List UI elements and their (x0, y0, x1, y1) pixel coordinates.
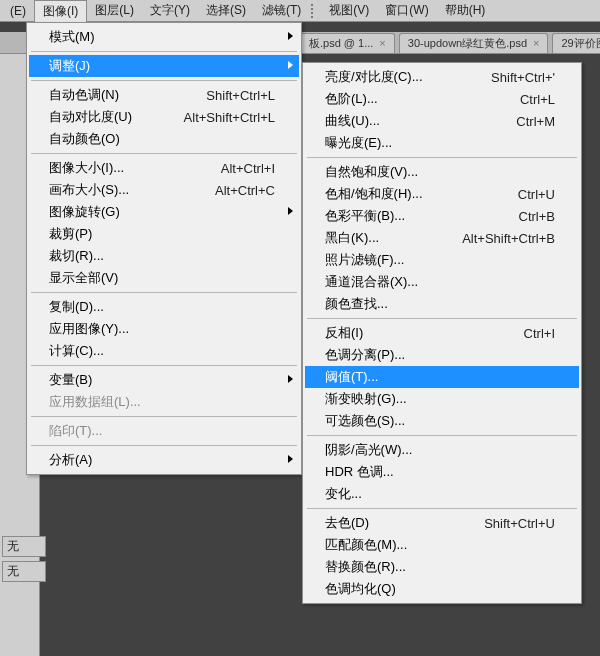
menu-item-label: 色彩平衡(B)... (325, 207, 491, 225)
menu-edit[interactable]: (E) (2, 2, 34, 20)
image-menu-item[interactable]: 自动对比度(U)Alt+Shift+Ctrl+L (29, 106, 299, 128)
menu-item-label: 复制(D)... (49, 298, 275, 316)
menu-item-label: 替换颜色(R)... (325, 558, 555, 576)
menu-item-label: 色阶(L)... (325, 90, 492, 108)
image-menu-item[interactable]: 画布大小(S)...Alt+Ctrl+C (29, 179, 299, 201)
menu-item-label: 通道混合器(X)... (325, 273, 555, 291)
image-menu-separator (31, 292, 297, 293)
menu-item-label: 自动对比度(U) (49, 108, 156, 126)
adjust-menu-item[interactable]: 色彩平衡(B)...Ctrl+B (305, 205, 579, 227)
menu-item-label: 分析(A) (49, 451, 275, 469)
menu-type[interactable]: 文字(Y) (142, 0, 198, 21)
menu-select[interactable]: 选择(S) (198, 0, 254, 21)
menu-item-shortcut: Ctrl+L (520, 92, 555, 107)
menu-item-shortcut: Ctrl+I (524, 326, 555, 341)
menu-window[interactable]: 窗口(W) (377, 0, 436, 21)
menu-item-label: 黑白(K)... (325, 229, 434, 247)
adjust-menu-item[interactable]: 色调分离(P)... (305, 344, 579, 366)
image-menu-item: 陷印(T)... (29, 420, 299, 442)
adjust-menu-item[interactable]: 色阶(L)...Ctrl+L (305, 88, 579, 110)
menu-item-shortcut: Alt+Ctrl+I (221, 161, 275, 176)
menu-item-label: 画布大小(S)... (49, 181, 187, 199)
image-menu-item[interactable]: 裁切(R)... (29, 245, 299, 267)
menu-item-shortcut: Alt+Shift+Ctrl+L (184, 110, 275, 125)
adjust-menu-item[interactable]: 可选颜色(S)... (305, 410, 579, 432)
image-menu-separator (31, 51, 297, 52)
menu-item-label: 渐变映射(G)... (325, 390, 555, 408)
adjust-menu-item[interactable]: 黑白(K)...Alt+Shift+Ctrl+B (305, 227, 579, 249)
menu-item-label: 曲线(U)... (325, 112, 488, 130)
image-menu-separator (31, 365, 297, 366)
menu-item-label: 调整(J) (49, 57, 275, 75)
submenu-arrow-icon (288, 375, 293, 383)
image-menu-separator (31, 80, 297, 81)
adjust-menu-item[interactable]: 亮度/对比度(C)...Shift+Ctrl+' (305, 66, 579, 88)
image-menu-separator (31, 153, 297, 154)
tab-doc-3[interactable]: 29评价图 (552, 33, 600, 53)
image-menu-item[interactable]: 图像大小(I)...Alt+Ctrl+I (29, 157, 299, 179)
adjust-menu-item[interactable]: 颜色查找... (305, 293, 579, 315)
image-menu-separator (31, 445, 297, 446)
menu-item-label: 色调分离(P)... (325, 346, 555, 364)
adjust-menu-item[interactable]: 照片滤镜(F)... (305, 249, 579, 271)
menu-image[interactable]: 图像(I) (34, 0, 87, 22)
menu-help[interactable]: 帮助(H) (437, 0, 494, 21)
menu-item-label: 色相/饱和度(H)... (325, 185, 490, 203)
menu-item-label: 裁剪(P) (49, 225, 275, 243)
tab-doc-2[interactable]: 30-updown绿红黄色.psd × (399, 33, 549, 53)
menu-item-label: 变量(B) (49, 371, 275, 389)
image-menu-item[interactable]: 自动颜色(O) (29, 128, 299, 150)
adjust-menu-item[interactable]: 替换颜色(R)... (305, 556, 579, 578)
adjust-menu-item[interactable]: 曲线(U)...Ctrl+M (305, 110, 579, 132)
adjust-menu-separator (307, 318, 577, 319)
adjust-menu-item[interactable]: 曝光度(E)... (305, 132, 579, 154)
adjust-menu-item[interactable]: 渐变映射(G)... (305, 388, 579, 410)
adjust-menu-item[interactable]: 色相/饱和度(H)...Ctrl+U (305, 183, 579, 205)
image-menu-item[interactable]: 变量(B) (29, 369, 299, 391)
adjust-menu-item[interactable]: 阴影/高光(W)... (305, 439, 579, 461)
menu-view[interactable]: 视图(V) (321, 0, 377, 21)
adjust-menu-item[interactable]: 去色(D)Shift+Ctrl+U (305, 512, 579, 534)
menu-item-label: 亮度/对比度(C)... (325, 68, 463, 86)
close-icon[interactable]: × (379, 37, 385, 49)
menu-item-label: 色调均化(Q) (325, 580, 555, 598)
adjust-menu-item[interactable]: 通道混合器(X)... (305, 271, 579, 293)
menu-item-shortcut: Alt+Ctrl+C (215, 183, 275, 198)
dropdown-none-1[interactable]: 无 (2, 536, 46, 557)
image-menu-item[interactable]: 复制(D)... (29, 296, 299, 318)
adjust-menu-item[interactable]: 反相(I)Ctrl+I (305, 322, 579, 344)
menu-item-label: 去色(D) (325, 514, 456, 532)
adjust-menu-item[interactable]: 自然饱和度(V)... (305, 161, 579, 183)
menu-item-label: 阴影/高光(W)... (325, 441, 555, 459)
dropdown-none-2[interactable]: 无 (2, 561, 46, 582)
adjust-menu-item[interactable]: 阈值(T)... (305, 366, 579, 388)
tab-label: 板.psd @ 1... (309, 36, 373, 51)
image-menu: 模式(M)调整(J)自动色调(N)Shift+Ctrl+L自动对比度(U)Alt… (26, 22, 302, 475)
image-menu-item[interactable]: 裁剪(P) (29, 223, 299, 245)
image-menu-item[interactable]: 显示全部(V) (29, 267, 299, 289)
menu-layer[interactable]: 图层(L) (87, 0, 142, 21)
menu-item-shortcut: Ctrl+M (516, 114, 555, 129)
menu-filter[interactable]: 滤镜(T) (254, 0, 309, 21)
image-menu-item[interactable]: 图像旋转(G) (29, 201, 299, 223)
image-menu-item[interactable]: 分析(A) (29, 449, 299, 471)
adjust-menu-item[interactable]: 变化... (305, 483, 579, 505)
menubar: (E) 图像(I) 图层(L) 文字(Y) 选择(S) 滤镜(T) 视图(V) … (0, 0, 600, 22)
menu-item-label: 变化... (325, 485, 555, 503)
adjust-menu-item[interactable]: 匹配颜色(M)... (305, 534, 579, 556)
menubar-grip-icon (311, 4, 317, 18)
close-icon[interactable]: × (533, 37, 539, 49)
menu-item-shortcut: Alt+Shift+Ctrl+B (462, 231, 555, 246)
adjust-menu-item[interactable]: HDR 色调... (305, 461, 579, 483)
image-menu-item[interactable]: 应用图像(Y)... (29, 318, 299, 340)
tab-label: 29评价图 (561, 36, 600, 51)
adjust-menu-item[interactable]: 色调均化(Q) (305, 578, 579, 600)
menu-item-shortcut: Shift+Ctrl+' (491, 70, 555, 85)
image-menu-item[interactable]: 模式(M) (29, 26, 299, 48)
image-menu-separator (31, 416, 297, 417)
tab-doc-1[interactable]: 板.psd @ 1... × (300, 33, 395, 53)
menu-item-label: 颜色查找... (325, 295, 555, 313)
image-menu-item[interactable]: 计算(C)... (29, 340, 299, 362)
image-menu-item[interactable]: 调整(J) (29, 55, 299, 77)
image-menu-item[interactable]: 自动色调(N)Shift+Ctrl+L (29, 84, 299, 106)
